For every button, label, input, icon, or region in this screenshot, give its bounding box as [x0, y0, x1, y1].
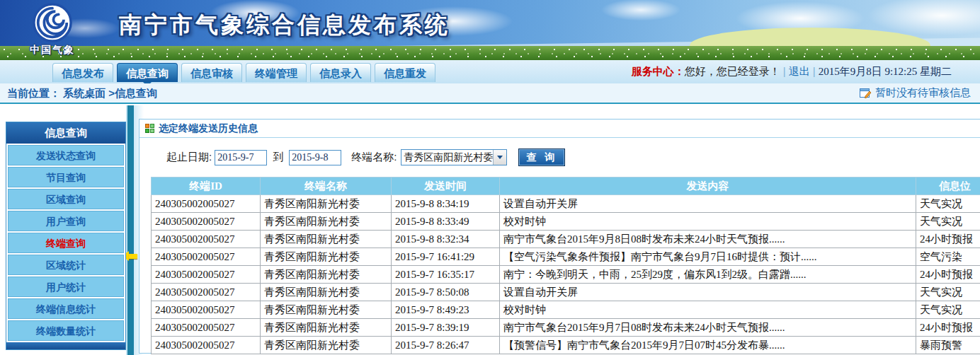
table-cell: 青秀区南阳新光村委 [261, 284, 392, 301]
breadcrumb-root-link[interactable]: 系统桌面 [63, 87, 106, 99]
nav-tab[interactable]: 终端管理 [246, 63, 307, 82]
chevron-down-icon[interactable] [493, 150, 506, 165]
table-cell: 240305002005027 [152, 337, 261, 354]
table-cell: 240305002005027 [152, 266, 261, 284]
table-cell: 24小时预报 [916, 319, 980, 337]
sidebar-footer [6, 342, 125, 349]
table-cell: 2015-9-7 8:26:47 [392, 337, 500, 354]
table-cell: 设置自动开关屏 [500, 284, 916, 301]
pending-review-note[interactable]: 暂时没有待审核信息 [860, 86, 971, 100]
breadcrumb-separator: > [108, 87, 115, 99]
table-cell: 校对时钟 [500, 301, 916, 319]
date-range-label: 起止日期: [166, 151, 212, 164]
terminal-name-label: 终端名称: [351, 151, 397, 164]
table-cell: 空气污染 [916, 248, 980, 266]
column-header: 发送内容 [500, 178, 916, 195]
cma-spiral-icon [32, 2, 73, 43]
terminal-select[interactable]: 青秀区南阳新光村委 [401, 149, 507, 165]
column-header: 终端ID [152, 178, 261, 195]
table-cell: 240305002005027 [152, 248, 261, 266]
to-label: 到 [273, 151, 283, 164]
table-cell: 2015-9-7 8:39:19 [392, 319, 500, 337]
sidebar-item[interactable]: 终端信息统计 [8, 298, 124, 319]
sidebar-item[interactable]: 用户查询 [8, 211, 124, 231]
sidebar-item[interactable]: 区域查询 [8, 189, 124, 209]
table-cell: 青秀区南阳新光村委 [261, 195, 392, 213]
sidebar-items: 发送状态查询节目查询区域查询用户查询终端查询区域统计用户统计终端信息统计终端数量… [6, 145, 125, 341]
panel-title: 选定终端发送历史信息 [159, 122, 258, 135]
sidebar-item[interactable]: 终端数量统计 [8, 320, 124, 341]
note-pencil-icon [860, 88, 872, 99]
table-cell: 天气实况 [916, 284, 980, 301]
nav-tab[interactable]: 信息录入 [310, 63, 371, 82]
table-cell: 青秀区南阳新光村委 [261, 301, 392, 319]
sidebar-item[interactable]: 区域统计 [8, 255, 124, 275]
table-row: 240305002005027青秀区南阳新光村委2015-9-7 8:39:19… [152, 319, 980, 337]
breadcrumb-bar: 当前位置： 系统桌面 >信息查询 暂时没有待审核信息 [0, 83, 980, 104]
table-row: 240305002005027青秀区南阳新光村委2015-9-7 8:50:08… [152, 284, 980, 301]
nav-tab[interactable]: 信息查询 [117, 63, 178, 82]
table-row: 240305002005027青秀区南阳新光村委2015-9-8 8:32:34… [152, 231, 980, 248]
nav-tab[interactable]: 信息发布 [52, 63, 113, 82]
table-cell: 2015-9-7 16:41:29 [392, 248, 500, 266]
table-cell: 暴雨预警 [916, 337, 980, 354]
login-greeting: 您好，您已经登录！ [685, 65, 780, 77]
sidebar-menu: 信息查询 发送状态查询节目查询区域查询用户查询终端查询区域统计用户统计终端信息统… [6, 122, 126, 350]
table-cell: 青秀区南阳新光村委 [261, 319, 392, 337]
cma-logo: 中国气象 [14, 2, 91, 57]
table-row: 240305002005027青秀区南阳新光村委2015-9-8 8:34:19… [152, 195, 980, 213]
nav-tab[interactable]: 信息重发 [375, 63, 435, 82]
table-row: 240305002005027青秀区南阳新光村委2015-9-7 8:49:23… [152, 301, 980, 319]
logout-link[interactable]: 退出 [789, 65, 810, 77]
table-cell: 240305002005027 [152, 301, 261, 319]
sidebar-splitter[interactable] [126, 105, 134, 355]
sidebar-title: 信息查询 [6, 122, 125, 144]
table-row: 240305002005027青秀区南阳新光村委2015-9-7 16:41:2… [152, 248, 980, 266]
table-row: 240305002005027青秀区南阳新光村委2015-9-7 16:35:1… [152, 266, 980, 284]
table-cell: 2015-9-8 8:33:49 [392, 213, 500, 231]
table-cell: 24小时预报 [916, 231, 980, 248]
sidebar-item[interactable]: 节目查询 [8, 167, 124, 187]
table-cell: 2015-9-7 8:49:23 [392, 301, 500, 319]
table-cell: 设置自动开关屏 [500, 195, 916, 213]
table-cell: 青秀区南阳新光村委 [261, 266, 392, 284]
table-cell: 青秀区南阳新光村委 [261, 248, 392, 266]
table-cell: 校对时钟 [500, 213, 916, 231]
table-cell: 南宁市气象台2015年9月8日08时发布未来24小时天气预报...... [500, 231, 916, 248]
table-cell: 南宁：今晚到明天，中雨，25到29度，偏东风1到2级。白露蹭...... [500, 266, 916, 284]
grid-squares-icon [145, 124, 154, 133]
table-cell: 2015-9-8 8:32:34 [392, 231, 500, 248]
table-cell: 【空气污染气象条件预报】南宁市气象台9月7日16时提供：预计...... [500, 248, 916, 266]
panel-header: 选定终端发送历史信息 [139, 120, 980, 138]
breadcrumb-label: 当前位置： [7, 87, 60, 99]
user-status-area: 服务中心：您好，您已经登录！|退出|2015年9月8日 9:12:25 星期二 [632, 65, 952, 78]
nav-tab[interactable]: 信息审核 [181, 63, 242, 82]
table-header-row: 终端ID终端名称发送时间发送内容信息位 [152, 178, 980, 195]
breadcrumb-current: 信息查询 [115, 87, 157, 99]
app-window: 中国气象 南宁市气象综合信息发布系统 信息发布信息查询信息审核终端管理信息录入信… [0, 0, 980, 355]
query-button[interactable]: 查 询 [518, 149, 565, 166]
date-from-input[interactable] [215, 150, 267, 165]
table-cell: 2015-9-7 8:50:08 [392, 284, 500, 301]
table-cell: 青秀区南阳新光村委 [261, 337, 392, 354]
table-cell: 南宁市气象台2015年9月7日08时发布未来24小时天气预报...... [500, 319, 916, 337]
service-center-label: 服务中心： [632, 65, 685, 77]
column-header: 发送时间 [392, 178, 500, 195]
column-header: 信息位 [916, 178, 980, 195]
sidebar-item[interactable]: 终端查询 [8, 233, 124, 253]
logo-text: 中国气象 [14, 44, 91, 57]
sidebar-item[interactable]: 发送状态查询 [8, 145, 124, 165]
table-row: 240305002005027青秀区南阳新光村委2015-9-8 8:33:49… [152, 213, 980, 231]
banner-grass [0, 46, 980, 60]
page-title: 南宁市气象综合信息发布系统 [119, 10, 450, 41]
table-cell: 240305002005027 [152, 319, 261, 337]
nav-tabs: 信息发布信息查询信息审核终端管理信息录入信息重发 [52, 63, 435, 83]
pending-review-text: 暂时没有待审核信息 [875, 86, 971, 100]
table-cell: 天气实况 [916, 301, 980, 319]
table-cell: 240305002005027 [152, 195, 261, 213]
sidebar-item[interactable]: 用户统计 [8, 277, 124, 297]
column-header: 终端名称 [261, 178, 392, 195]
separator: | [783, 65, 786, 77]
date-to-input[interactable] [289, 150, 341, 165]
table-cell: 青秀区南阳新光村委 [261, 231, 392, 248]
